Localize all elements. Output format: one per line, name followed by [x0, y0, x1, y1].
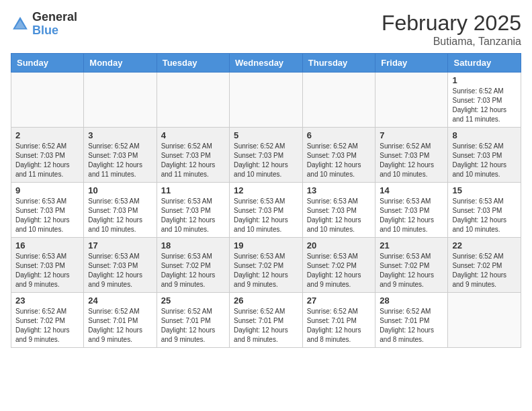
- calendar-cell: 7Sunrise: 6:52 AMSunset: 7:03 PMDaylight…: [375, 128, 448, 183]
- day-number: 5: [234, 130, 298, 140]
- calendar-cell: 3Sunrise: 6:52 AMSunset: 7:03 PMDaylight…: [84, 128, 157, 183]
- day-number: 22: [452, 240, 517, 250]
- day-number: 13: [307, 185, 371, 195]
- day-info: Sunrise: 6:52 AMSunset: 7:01 PMDaylight:…: [161, 307, 225, 345]
- calendar-cell: [375, 73, 448, 128]
- day-info: Sunrise: 6:52 AMSunset: 7:03 PMDaylight:…: [452, 87, 517, 124]
- calendar-cell: 23Sunrise: 6:52 AMSunset: 7:02 PMDayligh…: [11, 293, 84, 348]
- calendar-cell: [84, 73, 157, 128]
- logo-text: General Blue: [32, 11, 77, 38]
- calendar-cell: 18Sunrise: 6:53 AMSunset: 7:02 PMDayligh…: [157, 238, 229, 293]
- day-info: Sunrise: 6:52 AMSunset: 7:01 PMDaylight:…: [380, 307, 443, 345]
- day-info: Sunrise: 6:53 AMSunset: 7:03 PMDaylight:…: [88, 197, 152, 234]
- day-number: 10: [88, 185, 152, 195]
- calendar-cell: 24Sunrise: 6:52 AMSunset: 7:01 PMDayligh…: [84, 293, 157, 348]
- calendar-cell: 26Sunrise: 6:52 AMSunset: 7:01 PMDayligh…: [230, 293, 303, 348]
- calendar-header-thursday: Thursday: [302, 54, 375, 73]
- calendar-cell: 9Sunrise: 6:53 AMSunset: 7:03 PMDaylight…: [11, 183, 84, 238]
- calendar-cell: [448, 293, 521, 348]
- day-number: 20: [307, 240, 371, 250]
- day-info: Sunrise: 6:53 AMSunset: 7:03 PMDaylight:…: [380, 197, 443, 234]
- day-info: Sunrise: 6:53 AMSunset: 7:03 PMDaylight:…: [234, 197, 298, 234]
- day-number: 14: [380, 185, 443, 195]
- day-info: Sunrise: 6:53 AMSunset: 7:03 PMDaylight:…: [15, 252, 79, 289]
- day-number: 19: [234, 240, 298, 250]
- day-info: Sunrise: 6:53 AMSunset: 7:03 PMDaylight:…: [161, 197, 225, 234]
- calendar-cell: 14Sunrise: 6:53 AMSunset: 7:03 PMDayligh…: [375, 183, 448, 238]
- calendar-cell: 6Sunrise: 6:52 AMSunset: 7:03 PMDaylight…: [302, 128, 375, 183]
- day-info: Sunrise: 6:52 AMSunset: 7:03 PMDaylight:…: [161, 142, 225, 179]
- day-number: 18: [161, 240, 225, 250]
- day-number: 21: [380, 240, 443, 250]
- day-info: Sunrise: 6:52 AMSunset: 7:03 PMDaylight:…: [234, 142, 298, 179]
- day-number: 3: [88, 130, 152, 140]
- day-info: Sunrise: 6:52 AMSunset: 7:03 PMDaylight:…: [307, 142, 371, 179]
- day-number: 12: [234, 185, 298, 195]
- calendar-cell: 28Sunrise: 6:52 AMSunset: 7:01 PMDayligh…: [375, 293, 448, 348]
- day-number: 16: [15, 240, 79, 250]
- calendar-week-2: 2Sunrise: 6:52 AMSunset: 7:03 PMDaylight…: [11, 128, 521, 183]
- day-info: Sunrise: 6:53 AMSunset: 7:03 PMDaylight:…: [307, 197, 371, 234]
- calendar-cell: [157, 73, 229, 128]
- calendar-cell: 13Sunrise: 6:53 AMSunset: 7:03 PMDayligh…: [302, 183, 375, 238]
- calendar-cell: 15Sunrise: 6:53 AMSunset: 7:03 PMDayligh…: [448, 183, 521, 238]
- location-title: Butiama, Tanzania: [382, 36, 521, 48]
- logo-icon: [11, 15, 30, 34]
- day-info: Sunrise: 6:53 AMSunset: 7:03 PMDaylight:…: [15, 197, 79, 234]
- day-info: Sunrise: 6:52 AMSunset: 7:03 PMDaylight:…: [380, 142, 443, 179]
- page-header: General Blue February 2025 Butiama, Tanz…: [11, 11, 521, 48]
- calendar-cell: 22Sunrise: 6:52 AMSunset: 7:02 PMDayligh…: [448, 238, 521, 293]
- day-number: 28: [380, 295, 443, 306]
- month-title: February 2025: [382, 11, 521, 36]
- day-info: Sunrise: 6:52 AMSunset: 7:02 PMDaylight:…: [15, 307, 79, 345]
- day-number: 25: [161, 295, 225, 306]
- logo: General Blue: [11, 11, 77, 38]
- day-number: 8: [452, 130, 517, 140]
- calendar-header-row: SundayMondayTuesdayWednesdayThursdayFrid…: [11, 54, 521, 73]
- day-info: Sunrise: 6:53 AMSunset: 7:02 PMDaylight:…: [380, 252, 443, 289]
- calendar-cell: 27Sunrise: 6:52 AMSunset: 7:01 PMDayligh…: [302, 293, 375, 348]
- day-info: Sunrise: 6:52 AMSunset: 7:02 PMDaylight:…: [452, 252, 517, 289]
- day-number: 15: [452, 185, 517, 195]
- day-number: 6: [307, 130, 371, 140]
- day-number: 7: [380, 130, 443, 140]
- calendar-week-5: 23Sunrise: 6:52 AMSunset: 7:02 PMDayligh…: [11, 293, 521, 348]
- calendar-table: SundayMondayTuesdayWednesdayThursdayFrid…: [11, 53, 521, 348]
- calendar-header-monday: Monday: [84, 54, 157, 73]
- day-number: 11: [161, 185, 225, 195]
- day-info: Sunrise: 6:53 AMSunset: 7:02 PMDaylight:…: [161, 252, 225, 289]
- calendar-cell: 19Sunrise: 6:53 AMSunset: 7:02 PMDayligh…: [230, 238, 303, 293]
- calendar-cell: 12Sunrise: 6:53 AMSunset: 7:03 PMDayligh…: [230, 183, 303, 238]
- day-info: Sunrise: 6:53 AMSunset: 7:02 PMDaylight:…: [234, 252, 298, 289]
- calendar-cell: 17Sunrise: 6:53 AMSunset: 7:03 PMDayligh…: [84, 238, 157, 293]
- calendar-cell: 4Sunrise: 6:52 AMSunset: 7:03 PMDaylight…: [157, 128, 229, 183]
- calendar-cell: [302, 73, 375, 128]
- calendar-header-saturday: Saturday: [448, 54, 521, 73]
- calendar-cell: 11Sunrise: 6:53 AMSunset: 7:03 PMDayligh…: [157, 183, 229, 238]
- calendar-cell: 20Sunrise: 6:53 AMSunset: 7:02 PMDayligh…: [302, 238, 375, 293]
- day-info: Sunrise: 6:53 AMSunset: 7:03 PMDaylight:…: [88, 252, 152, 289]
- calendar-cell: 8Sunrise: 6:52 AMSunset: 7:03 PMDaylight…: [448, 128, 521, 183]
- calendar-week-3: 9Sunrise: 6:53 AMSunset: 7:03 PMDaylight…: [11, 183, 521, 238]
- day-number: 27: [307, 295, 371, 306]
- day-number: 2: [15, 130, 79, 140]
- calendar-cell: [230, 73, 303, 128]
- title-block: February 2025 Butiama, Tanzania: [382, 11, 521, 48]
- day-info: Sunrise: 6:52 AMSunset: 7:03 PMDaylight:…: [15, 142, 79, 179]
- calendar-header-sunday: Sunday: [11, 54, 84, 73]
- calendar-week-1: 1Sunrise: 6:52 AMSunset: 7:03 PMDaylight…: [11, 73, 521, 128]
- logo-general-text: General: [32, 11, 77, 24]
- day-number: 17: [88, 240, 152, 250]
- calendar-cell: 21Sunrise: 6:53 AMSunset: 7:02 PMDayligh…: [375, 238, 448, 293]
- logo-blue-text: Blue: [32, 24, 77, 38]
- calendar-cell: [11, 73, 84, 128]
- day-info: Sunrise: 6:52 AMSunset: 7:01 PMDaylight:…: [307, 307, 371, 345]
- calendar-cell: 25Sunrise: 6:52 AMSunset: 7:01 PMDayligh…: [157, 293, 229, 348]
- day-info: Sunrise: 6:52 AMSunset: 7:03 PMDaylight:…: [452, 142, 517, 179]
- calendar-cell: 5Sunrise: 6:52 AMSunset: 7:03 PMDaylight…: [230, 128, 303, 183]
- calendar-header-friday: Friday: [375, 54, 448, 73]
- calendar-cell: 16Sunrise: 6:53 AMSunset: 7:03 PMDayligh…: [11, 238, 84, 293]
- calendar-week-4: 16Sunrise: 6:53 AMSunset: 7:03 PMDayligh…: [11, 238, 521, 293]
- day-number: 1: [452, 75, 517, 85]
- day-number: 9: [15, 185, 79, 195]
